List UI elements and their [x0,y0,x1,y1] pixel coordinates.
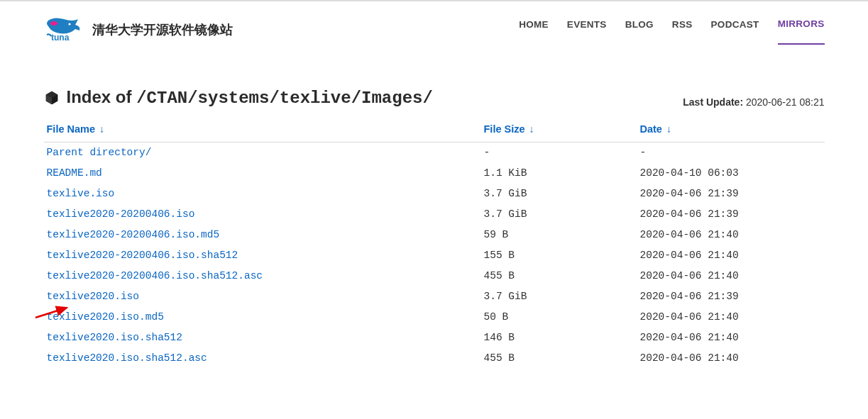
file-link[interactable]: texlive2020.iso.sha512 [47,332,182,343]
svg-point-1 [68,23,70,25]
last-update-label: Last Update: [683,96,743,108]
file-size: 455 B [481,266,637,286]
file-size: 3.7 GiB [481,204,637,225]
nav-blog[interactable]: BLOG [625,15,654,44]
last-update-value: 2020-06-21 08:21 [746,96,825,108]
last-update: Last Update: 2020-06-21 08:21 [683,96,824,108]
file-date: 2020-04-06 21:40 [637,307,825,328]
file-size: 455 B [481,348,637,369]
package-icon [44,90,60,106]
file-link[interactable]: texlive2020.iso.sha512.asc [47,352,207,364]
file-link[interactable]: texlive.iso [47,188,115,199]
page-head: Index of /CTAN/systems/texlive/Images/ L… [44,87,825,108]
brand-title: 清华大学开源软件镜像站 [92,21,233,38]
svg-text:tuna: tuna [51,33,70,43]
file-date: 2020-04-06 21:40 [637,266,825,286]
nav-home[interactable]: HOME [519,15,549,44]
table-row: texlive2020-20200406.iso.sha512.asc455 B… [44,266,825,286]
table-row: texlive2020.iso.md550 B2020-04-06 21:40 [44,307,825,328]
file-size: 146 B [481,328,637,348]
file-size: 59 B [481,225,637,245]
table-row: README.md1.1 KiB2020-04-10 06:03 [44,163,825,184]
table-row: Parent directory/-- [44,143,825,164]
file-date: 2020-04-06 21:39 [637,204,825,225]
file-date: 2020-04-06 21:40 [637,245,825,266]
svg-point-0 [50,21,57,26]
table-row: texlive2020-20200406.iso3.7 GiB2020-04-0… [44,204,825,225]
file-size: - [481,143,637,164]
file-date: - [637,143,825,164]
file-size: 1.1 KiB [481,163,637,184]
index-path: /CTAN/systems/texlive/Images/ [136,89,433,108]
table-row: texlive2020-20200406.iso.md559 B2020-04-… [44,225,825,245]
file-link[interactable]: texlive2020.iso [47,291,140,302]
file-link[interactable]: texlive2020.iso.md5 [47,311,164,323]
brand[interactable]: tuna 清华大学开源软件镜像站 [44,16,233,43]
file-link[interactable]: texlive2020-20200406.iso.sha512 [47,250,238,261]
table-row: texlive2020-20200406.iso.sha512155 B2020… [44,245,825,266]
tuna-logo-icon: tuna [44,16,88,43]
file-date: 2020-04-06 21:40 [637,225,825,245]
file-size: 50 B [481,307,637,328]
col-header-date[interactable]: Date↓ [637,116,825,143]
col-header-filename[interactable]: File Name↓ [44,116,481,143]
file-size: 155 B [481,245,637,266]
index-title: Index of /CTAN/systems/texlive/Images/ [44,87,433,108]
col-header-filesize[interactable]: File Size↓ [481,116,637,143]
file-date: 2020-04-06 21:40 [637,348,825,369]
sort-arrow-icon: ↓ [99,123,104,135]
file-listing-table: File Name↓ File Size↓ Date↓ Parent direc… [44,116,825,369]
table-row: texlive.iso3.7 GiB2020-04-06 21:39 [44,184,825,204]
file-date: 2020-04-06 21:40 [637,328,825,348]
file-date: 2020-04-06 21:39 [637,184,825,204]
sort-arrow-icon: ↓ [529,123,534,135]
file-link[interactable]: texlive2020-20200406.iso.md5 [47,229,220,240]
main-nav: HOME EVENTS BLOG RSS PODCAST MIRRORS [519,14,824,45]
table-row: texlive2020.iso.sha512.asc455 B2020-04-0… [44,348,825,369]
file-date: 2020-04-06 21:39 [637,286,825,307]
header: tuna 清华大学开源软件镜像站 HOME EVENTS BLOG RSS PO… [44,1,825,52]
table-row: texlive2020.iso.sha512146 B2020-04-06 21… [44,328,825,348]
file-link[interactable]: Parent directory/ [47,147,152,158]
file-size: 3.7 GiB [481,286,637,307]
file-link[interactable]: README.md [47,167,102,179]
file-link[interactable]: texlive2020-20200406.iso [47,208,195,220]
index-label: Index of [67,87,132,106]
nav-podcast[interactable]: PODCAST [711,15,759,44]
nav-rss[interactable]: RSS [672,15,693,44]
file-size: 3.7 GiB [481,184,637,204]
table-row: texlive2020.iso3.7 GiB2020-04-06 21:39 [44,286,825,307]
file-date: 2020-04-10 06:03 [637,163,825,184]
nav-events[interactable]: EVENTS [567,15,607,44]
sort-arrow-icon: ↓ [666,123,671,135]
nav-mirrors[interactable]: MIRRORS [778,14,825,45]
file-link[interactable]: texlive2020-20200406.iso.sha512.asc [47,270,263,281]
